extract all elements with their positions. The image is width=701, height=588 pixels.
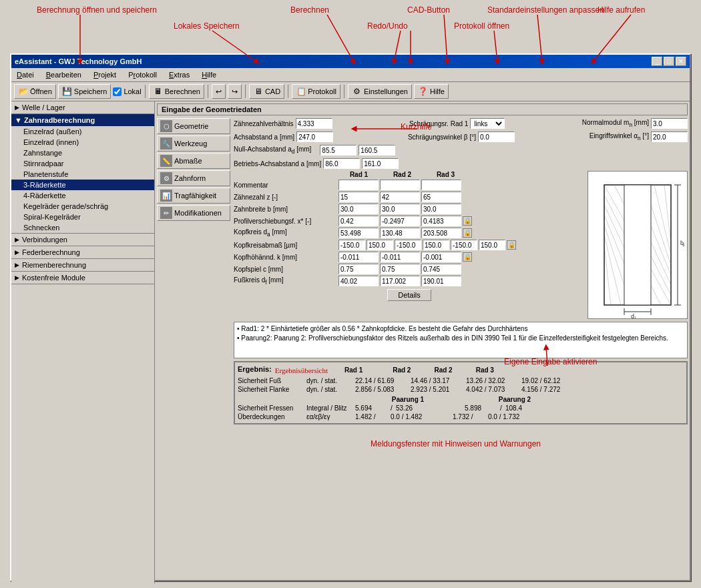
input-kabs-r3b[interactable] bbox=[479, 240, 505, 250]
tab-modifikationen[interactable]: ✏ Modifikationen bbox=[157, 205, 230, 221]
menu-bearbeiten[interactable]: Bearbeiten bbox=[43, 69, 84, 80]
input-da-r2[interactable] bbox=[380, 228, 420, 238]
minimize-button[interactable]: _ bbox=[652, 57, 662, 66]
redo-button[interactable]: ↪ bbox=[228, 84, 242, 99]
tab-tragfahigkeit[interactable]: 📊 Tragfähigkeit bbox=[157, 188, 230, 204]
row-fusskreis: Fußkreis df [mm] bbox=[234, 276, 585, 286]
details-button[interactable]: Details bbox=[387, 289, 431, 301]
sidebar-item-stirnradpaar[interactable]: Stirnradpaar bbox=[11, 158, 154, 169]
input-c-r2a[interactable] bbox=[380, 264, 420, 274]
input-achsabstand[interactable] bbox=[296, 131, 333, 142]
input-kommentar-r2[interactable] bbox=[380, 180, 420, 190]
zahnrad-label: ▼ bbox=[15, 116, 24, 124]
sidebar-item-welle[interactable]: ▶ Welle / Lager bbox=[11, 101, 154, 113]
input-x-r2[interactable] bbox=[380, 216, 420, 226]
input-kabs-r2a[interactable] bbox=[395, 240, 421, 250]
sidebar-item-kostenfreie[interactable]: ▶ Kostenfreie Module bbox=[11, 272, 154, 284]
close-button[interactable]: ✕ bbox=[676, 57, 686, 66]
sidebar-item-einzelrad-aussen[interactable]: Einzelrad (außen) bbox=[11, 126, 154, 137]
input-k-r3[interactable] bbox=[421, 252, 461, 262]
select-schragung[interactable]: links rechts bbox=[470, 118, 505, 129]
lock-kopfkreisabmass[interactable]: 🔒 bbox=[507, 240, 516, 250]
zahnform-label: Zahnform bbox=[174, 174, 206, 182]
cad-button[interactable]: 🖥 CAD bbox=[249, 84, 284, 99]
input-z-r1[interactable] bbox=[338, 192, 379, 202]
sep5 bbox=[344, 85, 344, 98]
sidebar-item-schnecken[interactable]: Schnecken bbox=[11, 222, 154, 233]
tab-abmasse[interactable]: 📏 Abmaße bbox=[157, 153, 230, 169]
input-df-r3[interactable] bbox=[421, 276, 461, 286]
input-k-r1[interactable] bbox=[338, 252, 379, 262]
tab-werkzeug[interactable]: 🔧 Werkzeug bbox=[157, 135, 230, 152]
input-schragungswinkel[interactable] bbox=[478, 131, 515, 142]
sidebar-group-zahnrad: ▼ Zahnradberechnung Einzelrad (außen) Ei… bbox=[11, 114, 154, 234]
input-kabs-r1b[interactable] bbox=[367, 240, 393, 250]
sidebar-item-zahnrad-header[interactable]: ▼ Zahnradberechnung bbox=[11, 114, 154, 126]
input-null-a1[interactable] bbox=[320, 145, 357, 156]
lock-profil[interactable]: 🔒 bbox=[463, 216, 472, 226]
sidebar-item-spiral[interactable]: Spiral-Kegelräder bbox=[11, 212, 154, 222]
input-b-r1[interactable] bbox=[338, 204, 379, 214]
annotation-redo: Redo/Undo bbox=[367, 21, 408, 31]
tab-geometrie[interactable]: ⬡ Geometrie bbox=[157, 118, 230, 134]
input-c-r3[interactable] bbox=[421, 264, 461, 274]
input-df-r2[interactable] bbox=[380, 276, 420, 286]
save-button[interactable]: 💾 Speichern bbox=[58, 84, 111, 99]
input-kommentar-r3[interactable] bbox=[421, 180, 461, 190]
sidebar-group-verbindungen: ▶ Verbindungen bbox=[11, 234, 154, 246]
label-kopfkreis: Kopfkreis da [mm] bbox=[234, 228, 337, 238]
input-x-r3[interactable] bbox=[421, 216, 461, 226]
input-z-r3[interactable] bbox=[421, 192, 461, 202]
input-null-a2[interactable] bbox=[359, 145, 395, 156]
input-x-r1[interactable] bbox=[338, 216, 379, 226]
input-betriebs-a1[interactable] bbox=[323, 158, 360, 169]
protokoll-button[interactable]: 📋 Protokoll bbox=[292, 84, 340, 99]
sidebar-item-riemen[interactable]: ▶ Riemenberechnung bbox=[11, 259, 154, 271]
input-eingriffswinkel[interactable] bbox=[651, 131, 688, 142]
open-button[interactable]: 📂 Öffnen bbox=[14, 84, 56, 99]
settings-button[interactable]: ⚙ Einstellungen bbox=[348, 84, 412, 99]
input-kabs-r2b[interactable] bbox=[423, 240, 449, 250]
undo-button[interactable]: ↩ bbox=[212, 84, 226, 99]
sidebar-item-zahnstange[interactable]: Zahnstange bbox=[11, 148, 154, 158]
menu-protokoll[interactable]: Protokoll bbox=[126, 69, 160, 80]
input-kommentar-r1[interactable] bbox=[338, 180, 379, 190]
menu-datei[interactable]: Datei bbox=[14, 69, 37, 80]
menu-projekt[interactable]: Projekt bbox=[91, 69, 119, 80]
lock-kopfhohe[interactable]: 🔒 bbox=[463, 252, 472, 262]
tab-zahnform[interactable]: ⚙ Zahnform bbox=[157, 170, 230, 186]
input-b-r3[interactable] bbox=[421, 204, 461, 214]
sidebar-item-4raderkette[interactable]: 4-Räderkette bbox=[11, 190, 154, 201]
sidebar-item-3raderkette[interactable]: 3-Räderkette bbox=[11, 180, 154, 190]
input-normalmodul[interactable] bbox=[651, 118, 688, 129]
input-z-r2[interactable] bbox=[380, 192, 420, 202]
sidebar-group-riemen: ▶ Riemenberechnung bbox=[11, 259, 154, 272]
input-da-r3[interactable] bbox=[421, 228, 461, 238]
sidebar-item-planetenstufe[interactable]: Planetenstufe bbox=[11, 169, 154, 180]
label-zahnezahl-z: Zähnezahl z [-] bbox=[234, 194, 337, 201]
calculate-button[interactable]: 🖩 Berechnen bbox=[149, 84, 204, 99]
cad-icon: 🖥 bbox=[253, 86, 264, 97]
werkzeug-icon: 🔧 bbox=[160, 137, 172, 150]
menu-extras[interactable]: Extras bbox=[166, 69, 192, 80]
input-betriebs-a2[interactable] bbox=[362, 158, 399, 169]
lokal-checkbox[interactable] bbox=[113, 87, 122, 96]
maximize-button[interactable]: □ bbox=[664, 57, 674, 66]
help-button[interactable]: ❓ Hilfe bbox=[414, 84, 449, 99]
sidebar-item-feder[interactable]: ▶ Federberechnung bbox=[11, 246, 154, 258]
input-kabs-r3a[interactable] bbox=[451, 240, 477, 250]
lock-kopfkreis[interactable]: 🔒 bbox=[463, 228, 472, 238]
input-df-r1[interactable] bbox=[338, 276, 379, 286]
sidebar-item-verbindungen[interactable]: ▶ Verbindungen bbox=[11, 234, 154, 246]
row-kopfspiel: Kopfspiel c [mm] bbox=[234, 264, 585, 274]
input-kabs-r1a[interactable] bbox=[338, 240, 365, 250]
input-b-r2[interactable] bbox=[380, 204, 420, 214]
input-zahnezahl[interactable] bbox=[296, 118, 332, 129]
input-k-r2[interactable] bbox=[380, 252, 420, 262]
input-c-r1[interactable] bbox=[338, 264, 379, 274]
sidebar-item-einzelrad-innen[interactable]: Einzelrad (innen) bbox=[11, 137, 154, 148]
input-da-r1[interactable] bbox=[338, 228, 379, 238]
menu-hilfe[interactable]: Hilfe bbox=[199, 69, 219, 80]
sidebar-item-kegelrader[interactable]: Kegelräder gerade/schräg bbox=[11, 201, 154, 212]
lokal-check[interactable]: Lokal bbox=[113, 87, 141, 96]
